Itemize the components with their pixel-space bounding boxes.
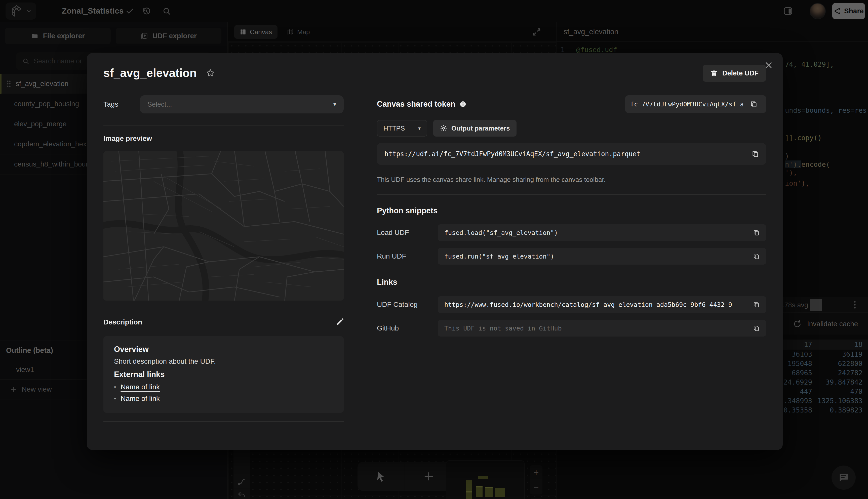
- github-label: GitHub: [377, 324, 438, 332]
- delete-udf-button[interactable]: Delete UDF: [703, 65, 766, 82]
- load-udf-snippet: fused.load("sf_avg_elevation"): [438, 224, 766, 241]
- external-link[interactable]: Name of link: [121, 383, 160, 391]
- shared-url-link[interactable]: https://udf.ai/fc_7V7tdJFwPyd0M3UCviAqEX…: [384, 150, 748, 158]
- run-udf-row: Run UDF fused.run("sf_avg_elevation"): [377, 248, 766, 265]
- udf-catalog-row: UDF Catalog https://www.fused.io/workben…: [377, 296, 766, 313]
- copy-load-snippet-button[interactable]: [749, 226, 763, 240]
- udf-title: sf_avg_elevation: [104, 66, 197, 80]
- overview-text: Short description about the UDF.: [114, 357, 333, 365]
- chevron-down-icon: ▾: [333, 101, 336, 108]
- udf-image-preview: [104, 151, 344, 301]
- run-udf-label: Run UDF: [377, 252, 438, 260]
- shared-url-box: https://udf.ai/fc_7V7tdJFwPyd0M3UCviAqEX…: [377, 143, 766, 165]
- links-heading: Links: [377, 278, 766, 287]
- copy-run-snippet-button[interactable]: [749, 249, 763, 264]
- description-label: Description: [104, 318, 142, 326]
- copy-url-button[interactable]: [748, 147, 762, 161]
- image-preview-label: Image preview: [104, 135, 344, 143]
- python-snippets-heading: Python snippets: [377, 206, 766, 215]
- shared-token-field[interactable]: fc_7V7tdJFwPyd0M3UCviAqEX/sf_a: [625, 95, 766, 113]
- app-screen: Zonal_Statistics Share File explorer: [0, 0, 868, 499]
- udf-catalog-link[interactable]: https://www.fused.io/workbench/catalog/s…: [444, 301, 749, 308]
- run-udf-snippet: fused.run("sf_avg_elevation"): [438, 248, 766, 265]
- protocol-select[interactable]: HTTPS ▾: [377, 120, 427, 136]
- load-udf-row: Load UDF fused.load("sf_avg_elevation"): [377, 224, 766, 241]
- star-icon[interactable]: [206, 69, 215, 77]
- external-link-item: •Name of link: [114, 394, 333, 403]
- gear-icon: [440, 124, 447, 132]
- external-links-heading: External links: [114, 370, 333, 379]
- info-icon[interactable]: [459, 101, 467, 108]
- udf-catalog-label: UDF Catalog: [377, 301, 438, 308]
- canvas-shared-token-heading: Canvas shared token: [377, 100, 455, 109]
- modal-right-column: Canvas shared token fc_7V7tdJFwPyd0M3UCv…: [377, 95, 766, 422]
- copy-github-link-button[interactable]: [749, 321, 763, 336]
- load-udf-label: Load UDF: [377, 229, 438, 237]
- token-value: fc_7V7tdJFwPyd0M3UCviAqEX/sf_a: [630, 101, 743, 108]
- external-link[interactable]: Name of link: [121, 394, 160, 403]
- description-card: Overview Short description about the UDF…: [104, 336, 344, 413]
- tags-select[interactable]: Select... ▾: [140, 95, 344, 113]
- modal-left-column: Tags Select... ▾ Image preview: [104, 95, 344, 422]
- trash-icon: [710, 70, 718, 77]
- github-row: GitHub This UDF is not saved in GitHub: [377, 320, 766, 337]
- edit-description-icon[interactable]: [336, 318, 344, 326]
- share-note: This UDF uses the canvas share link. Man…: [377, 176, 766, 184]
- copy-token-button[interactable]: [747, 97, 761, 111]
- udf-details-modal: Delete UDF sf_avg_elevation Tags Select.…: [87, 53, 783, 450]
- github-placeholder: This UDF is not saved in GitHub: [444, 325, 749, 332]
- copy-catalog-link-button[interactable]: [749, 297, 763, 312]
- output-parameters-button[interactable]: Output parameters: [433, 120, 517, 136]
- external-link-item: •Name of link: [114, 383, 333, 391]
- udf-catalog-box: https://www.fused.io/workbench/catalog/s…: [438, 296, 766, 313]
- tags-label: Tags: [104, 100, 140, 108]
- overview-heading: Overview: [114, 345, 333, 354]
- github-box: This UDF is not saved in GitHub: [438, 320, 766, 337]
- chevron-down-icon: ▾: [418, 125, 421, 131]
